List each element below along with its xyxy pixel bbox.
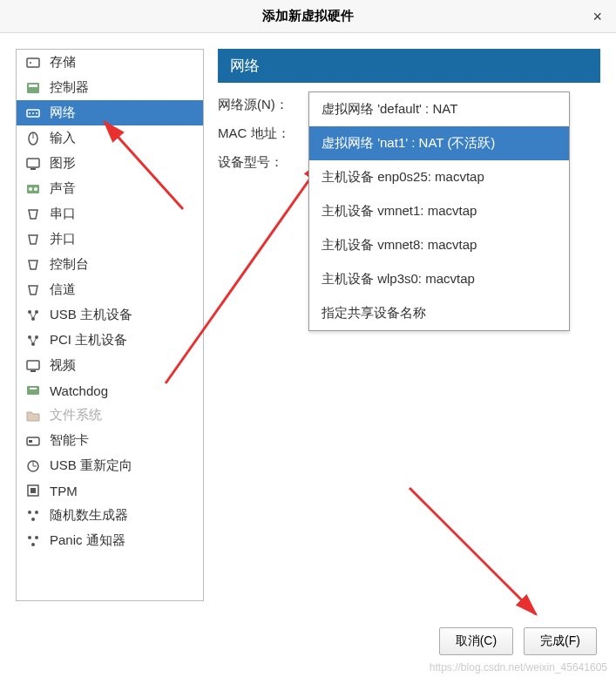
sound-icon <box>25 181 41 197</box>
serial-icon <box>25 206 41 222</box>
svg-rect-0 <box>27 58 39 67</box>
dropdown-option[interactable]: 指定共享设备名称 <box>309 296 569 330</box>
svg-rect-10 <box>27 159 39 167</box>
svg-point-7 <box>36 112 37 114</box>
sidebar-item-sound[interactable]: 声音 <box>17 176 203 201</box>
sidebar-item-graphics[interactable]: 图形 <box>17 151 203 176</box>
content-panel: 网络 网络源(N)： MAC 地址： 设备型号： 虚拟网络 'default' … <box>218 49 600 601</box>
svg-point-14 <box>34 187 37 191</box>
storage-icon <box>25 55 41 71</box>
svg-rect-11 <box>30 168 36 170</box>
label-network-source: 网络源(N)： <box>218 97 301 113</box>
sidebar-item-storage[interactable]: 存储 <box>17 50 203 75</box>
svg-point-13 <box>29 187 32 191</box>
cancel-button[interactable]: 取消(C) <box>439 627 513 655</box>
channel-icon <box>25 282 41 298</box>
dropdown-option[interactable]: 虚拟网络 'default' : NAT <box>309 92 569 126</box>
svg-point-35 <box>31 543 35 546</box>
panic-icon <box>25 533 41 549</box>
sidebar-item-label: 控制台 <box>50 256 89 273</box>
label-model: 设备型号： <box>218 154 301 171</box>
svg-point-30 <box>28 511 31 514</box>
titlebar: 添加新虚拟硬件 × <box>0 0 616 33</box>
dialog-footer: 取消(C) 完成(F) <box>0 617 616 666</box>
dropdown-option[interactable]: 主机设备 vmnet8: macvtap <box>309 228 569 262</box>
usbredir-icon <box>25 458 41 474</box>
sidebar-item-smartcard[interactable]: 智能卡 <box>17 428 203 453</box>
watermark: https://blog.csdn.net/weixin_45641605 <box>430 661 607 674</box>
sidebar-item-watchdog[interactable]: Watchdog <box>17 378 203 403</box>
svg-rect-26 <box>29 440 32 443</box>
svg-rect-21 <box>27 361 39 369</box>
sidebar-item-label: TPM <box>50 484 78 498</box>
sidebar-item-label: 视频 <box>50 357 76 374</box>
svg-point-34 <box>35 536 38 539</box>
sidebar-item-controller[interactable]: 控制器 <box>17 75 203 100</box>
svg-rect-3 <box>29 85 37 87</box>
svg-rect-29 <box>30 488 36 493</box>
sidebar-item-label: 图形 <box>50 155 76 172</box>
sidebar-item-label: 存储 <box>50 54 76 71</box>
sidebar-item-label: 串口 <box>50 206 76 222</box>
sidebar-item-label: 并口 <box>50 231 76 247</box>
sidebar-item-video[interactable]: 视频 <box>17 353 203 378</box>
controller-icon <box>25 80 41 96</box>
sidebar-item-filesystem: 文件系统 <box>17 403 203 428</box>
sidebar-item-rng[interactable]: 随机数生成器 <box>17 503 203 528</box>
dropdown-option[interactable]: 主机设备 enp0s25: macvtap <box>309 160 569 194</box>
sidebar-item-label: 声音 <box>50 180 76 197</box>
sidebar-item-label: PCI 主机设备 <box>50 332 127 349</box>
console-icon <box>25 257 41 273</box>
sidebar-item-label: Panic 通知器 <box>50 532 125 549</box>
sidebar-item-serial[interactable]: 串口 <box>17 201 203 227</box>
svg-point-33 <box>28 536 31 539</box>
usb-icon <box>25 308 41 323</box>
finish-button[interactable]: 完成(F) <box>524 627 597 655</box>
sidebar-item-label: Watchdog <box>50 383 108 398</box>
sidebar-item-usbredir[interactable]: USB 重新定向 <box>17 453 203 478</box>
sidebar-item-channel[interactable]: 信道 <box>17 277 203 302</box>
hardware-sidebar: 存储控制器网络输入图形声音串口并口控制台信道USB 主机设备PCI 主机设备视频… <box>16 49 204 601</box>
label-mac: MAC 地址： <box>218 125 301 142</box>
svg-point-32 <box>31 518 35 521</box>
dropdown-option[interactable]: 虚拟网络 'nat1' : NAT (不活跃) <box>309 126 569 160</box>
sidebar-item-label: 文件系统 <box>50 407 102 423</box>
sidebar-item-tpm[interactable]: TPM <box>17 478 203 503</box>
sidebar-item-label: USB 主机设备 <box>50 307 132 323</box>
sidebar-item-label: 控制器 <box>50 79 89 96</box>
sidebar-item-panic[interactable]: Panic 通知器 <box>17 528 203 553</box>
input-icon <box>25 131 41 146</box>
sidebar-item-label: 网络 <box>50 105 76 121</box>
dropdown-option[interactable]: 主机设备 vmnet1: macvtap <box>309 194 569 228</box>
dialog-title: 添加新虚拟硬件 <box>262 8 354 24</box>
sidebar-item-usb[interactable]: USB 主机设备 <box>17 302 203 328</box>
sidebar-item-parallel[interactable]: 并口 <box>17 227 203 252</box>
sidebar-item-label: 随机数生成器 <box>50 507 128 524</box>
sidebar-item-input[interactable]: 输入 <box>17 125 203 151</box>
filesystem-icon <box>25 408 41 423</box>
dropdown-option[interactable]: 主机设备 wlp3s0: macvtap <box>309 262 569 296</box>
rng-icon <box>25 508 41 524</box>
watchdog-icon <box>25 383 41 398</box>
close-icon[interactable]: × <box>587 5 607 27</box>
dialog-body: 存储控制器网络输入图形声音串口并口控制台信道USB 主机设备PCI 主机设备视频… <box>0 33 616 617</box>
panel-header: 网络 <box>218 49 600 83</box>
pci-icon <box>25 333 41 349</box>
svg-rect-22 <box>30 370 36 372</box>
sidebar-item-pci[interactable]: PCI 主机设备 <box>17 328 203 353</box>
svg-rect-23 <box>27 386 39 395</box>
sidebar-item-label: 信道 <box>50 281 76 298</box>
svg-point-5 <box>29 112 30 114</box>
sidebar-item-network[interactable]: 网络 <box>17 100 203 125</box>
parallel-icon <box>25 232 41 247</box>
svg-point-31 <box>35 511 38 514</box>
svg-rect-24 <box>30 388 37 389</box>
sidebar-item-console[interactable]: 控制台 <box>17 252 203 277</box>
svg-point-1 <box>30 62 31 64</box>
tpm-icon <box>25 483 41 498</box>
sidebar-item-label: USB 重新定向 <box>50 457 132 474</box>
video-icon <box>25 358 41 374</box>
svg-rect-2 <box>27 83 39 93</box>
sidebar-item-label: 智能卡 <box>50 432 89 449</box>
network-source-dropdown[interactable]: 虚拟网络 'default' : NAT虚拟网络 'nat1' : NAT (不… <box>308 91 570 331</box>
